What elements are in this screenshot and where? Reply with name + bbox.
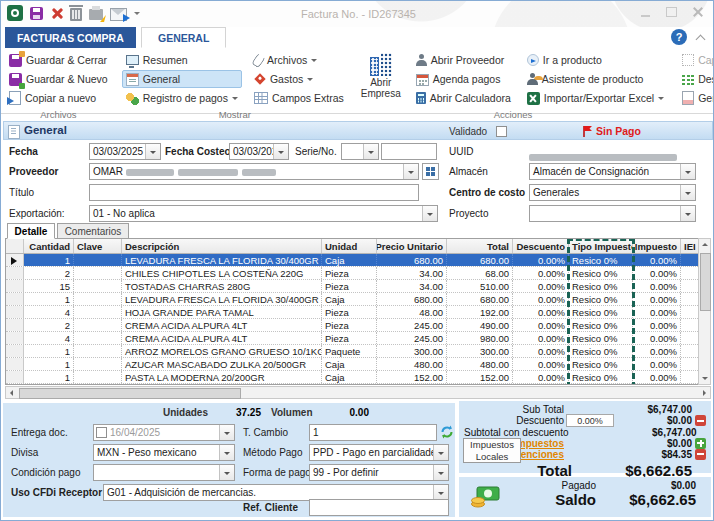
table-cell[interactable]: Pieza <box>322 280 377 292</box>
table-cell[interactable]: 0.00% <box>513 306 569 318</box>
help-icon[interactable]: ? <box>671 29 687 45</box>
table-cell[interactable] <box>681 254 699 266</box>
abrir-calculadora-button[interactable]: Abrir Calculadora <box>412 89 515 107</box>
scroll-up-icon[interactable] <box>702 243 708 246</box>
table-cell[interactable] <box>681 319 699 331</box>
row-selector[interactable] <box>6 332 24 344</box>
table-cell[interactable]: 152.00 <box>377 371 447 383</box>
table-cell[interactable]: 15 <box>24 280 74 292</box>
table-cell[interactable]: TOSTADAS CHARRAS 280G <box>122 280 322 292</box>
fecha-costeo-field[interactable]: 03/03/2025 <box>229 143 289 160</box>
table-cell[interactable]: 245.00 <box>377 319 447 331</box>
table-cell[interactable]: Caja <box>322 371 377 383</box>
table-cell[interactable]: 0.00% <box>513 371 569 383</box>
table-cell[interactable]: 34.00 <box>377 280 447 292</box>
chevron-down-icon[interactable] <box>219 465 234 480</box>
table-cell[interactable]: 0.00% <box>513 319 569 331</box>
registro-pagos-button[interactable]: Registro de pagos <box>122 89 242 107</box>
table-cell[interactable]: CHILES CHIPOTLES LA COSTEÑA 220G <box>122 267 322 279</box>
table-row[interactable]: 15TOSTADAS CHARRAS 280GPieza34.00510.000… <box>6 280 698 293</box>
centro-costo-field[interactable]: Generales <box>529 184 696 201</box>
table-cell[interactable]: HOJA GRANDE PARA TAMAL <box>122 306 322 318</box>
row-selector[interactable] <box>6 345 24 357</box>
metodo-pago-field[interactable]: PPD - Pago en parcialidades o d <box>309 444 449 461</box>
table-cell[interactable]: CREMA ACIDA ALPURA 4LT <box>122 319 322 331</box>
tab-general[interactable]: GENERAL <box>141 27 226 48</box>
table-cell[interactable]: 192.00 <box>447 306 513 318</box>
column-header[interactable]: Impuesto <box>633 239 681 253</box>
condicion-pago-field[interactable] <box>93 464 235 481</box>
table-cell[interactable] <box>681 306 699 318</box>
table-cell[interactable]: Resico 0% <box>569 345 633 357</box>
column-header[interactable]: Unidad <box>322 239 377 253</box>
table-cell[interactable]: AZUCAR MASCABADO ZULKA 20/500GR <box>122 358 322 370</box>
serie-field[interactable] <box>341 143 379 160</box>
collapse-ribbon-icon[interactable] <box>697 33 705 41</box>
row-selector[interactable] <box>6 280 24 292</box>
table-row[interactable]: 1PASTA LA MODERNA 20/200GRCaja152.00152.… <box>6 371 698 384</box>
table-cell[interactable]: CREMA ACIDA ALPURA 4LT <box>122 332 322 344</box>
abrir-empresa-button[interactable]: Abrir Empresa <box>358 51 404 107</box>
table-row[interactable]: 2CREMA ACIDA ALPURA 4LTPieza245.00490.00… <box>6 319 698 332</box>
table-row[interactable]: 1ARROZ MORELOS GRANO GRUESO 10/1KGPaquet… <box>6 345 698 358</box>
generar-nota-credito-button[interactable]: Generar Nota de Crédito <box>678 89 714 107</box>
row-selector[interactable] <box>6 371 24 383</box>
table-cell[interactable]: 0.00% <box>513 358 569 370</box>
table-cell[interactable]: 680.00 <box>447 254 513 266</box>
vertical-scroll-thumb[interactable] <box>700 253 711 311</box>
table-cell[interactable] <box>74 345 122 357</box>
tcambio-field[interactable]: 1 <box>309 424 437 441</box>
table-cell[interactable]: 680.00 <box>377 254 447 266</box>
table-cell[interactable] <box>681 280 699 292</box>
ir-producto-button[interactable]: Ir a producto <box>523 51 668 69</box>
chevron-down-icon[interactable] <box>433 445 448 460</box>
column-header[interactable]: Precio Unitario <box>377 239 447 253</box>
general-button[interactable]: General <box>122 70 242 88</box>
table-cell[interactable]: 34.00 <box>377 267 447 279</box>
table-cell[interactable]: 680.00 <box>377 293 447 305</box>
table-cell[interactable] <box>74 280 122 292</box>
horizontal-scroll-thumb[interactable] <box>19 388 241 399</box>
ref-cliente-field[interactable] <box>309 499 449 516</box>
table-cell[interactable]: 0.00% <box>513 267 569 279</box>
scroll-down-icon[interactable] <box>702 377 708 380</box>
refresh-rate-icon[interactable] <box>440 425 454 439</box>
row-selector[interactable] <box>6 319 24 331</box>
abrir-proveedor-button[interactable]: Abrir Proveedor <box>412 51 515 69</box>
table-cell[interactable]: 1 <box>24 358 74 370</box>
descuento-cascada-button[interactable]: Descuento en cascada <box>678 70 714 88</box>
fecha-field[interactable]: 03/03/2025 <box>89 143 161 160</box>
print-icon[interactable] <box>89 9 103 20</box>
guardar-cerrar-button[interactable]: Guardar & Cerrar <box>5 51 112 69</box>
table-cell[interactable]: 48.00 <box>377 306 447 318</box>
table-cell[interactable]: 0.00% <box>513 293 569 305</box>
row-selector[interactable] <box>6 267 24 279</box>
table-cell[interactable]: 0.00% <box>513 345 569 357</box>
table-cell[interactable]: 68.00 <box>447 267 513 279</box>
exportacion-field[interactable]: 01 - No aplica <box>89 205 438 222</box>
table-cell[interactable]: 510.00 <box>447 280 513 292</box>
forma-pago-field[interactable]: 99 - Por definir <box>309 464 449 481</box>
scroll-right-icon[interactable] <box>703 390 706 396</box>
entrega-doc-field[interactable]: 16/04/2025 <box>93 424 235 441</box>
table-cell[interactable]: 152.00 <box>447 371 513 383</box>
table-cell[interactable]: 980.00 <box>447 332 513 344</box>
agenda-pagos-button[interactable]: Agenda pagos <box>412 70 515 88</box>
send-mail-icon[interactable] <box>110 8 127 21</box>
table-cell[interactable] <box>74 293 122 305</box>
table-row[interactable]: 1AZUCAR MASCABADO ZULKA 20/500GRCaja480.… <box>6 358 698 371</box>
guardar-nuevo-button[interactable]: Guardar & Nuevo <box>5 70 112 88</box>
table-cell[interactable]: Resico 0% <box>569 280 633 292</box>
copiar-nuevo-button[interactable]: Copiar a nuevo <box>5 89 112 107</box>
chevron-down-icon[interactable] <box>219 425 234 440</box>
chevron-down-icon[interactable] <box>433 465 448 480</box>
table-cell[interactable]: Resico 0% <box>569 332 633 344</box>
chevron-down-icon[interactable] <box>273 144 288 159</box>
archivos-button[interactable]: Archivos <box>250 51 348 69</box>
chevron-down-icon[interactable] <box>219 445 234 460</box>
table-cell[interactable]: LEVADURA FRESCA LA FLORIDA 30/400GR <box>122 254 322 266</box>
resumen-button[interactable]: Resumen <box>122 51 242 69</box>
table-cell[interactable]: Resico 0% <box>569 293 633 305</box>
maximize-icon[interactable] <box>666 7 677 17</box>
row-selector[interactable] <box>6 358 24 370</box>
